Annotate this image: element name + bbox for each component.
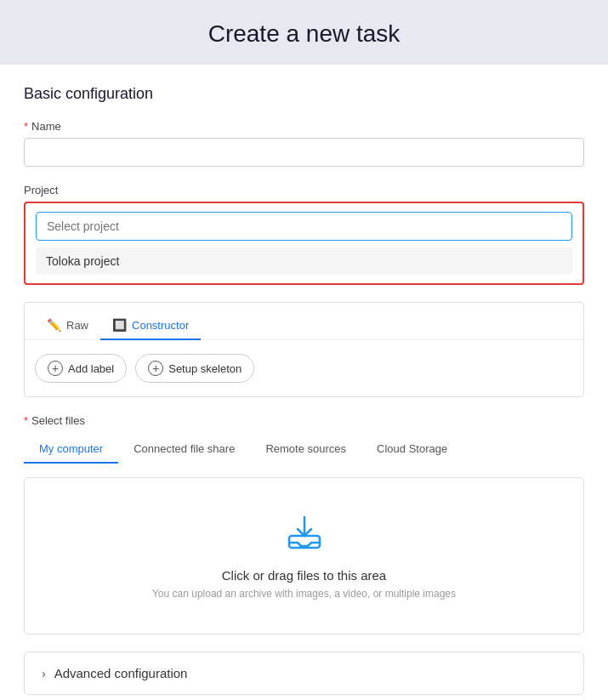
- name-field-group: * Name: [24, 120, 584, 167]
- select-files-required-star: *: [24, 414, 28, 427]
- editor-tabs-section: ✏️ Raw 🔲 Constructor + Add label + Setup…: [24, 302, 584, 397]
- file-tab-connected-file-share[interactable]: Connected file share: [118, 435, 250, 464]
- advanced-section[interactable]: › Advanced configuration: [24, 652, 584, 695]
- advanced-toggle[interactable]: › Advanced configuration: [42, 666, 566, 680]
- main-content: Basic configuration * Name Project Tolok…: [0, 65, 608, 700]
- project-option-toloka[interactable]: Toloka project: [36, 248, 572, 275]
- setup-skeleton-plus-icon: +: [148, 361, 163, 376]
- file-tab-my-computer[interactable]: My computer: [24, 435, 118, 464]
- name-input[interactable]: [24, 138, 584, 167]
- file-tab-cloud-storage[interactable]: Cloud Storage: [361, 435, 463, 464]
- select-files-section: * Select files My computer Connected fil…: [24, 414, 584, 635]
- project-field-group: Project Toloka project: [24, 184, 584, 285]
- tab-content: + Add label + Setup skeleton: [25, 340, 583, 396]
- name-label: * Name: [24, 120, 584, 133]
- upload-area[interactable]: Click or drag files to this area You can…: [24, 477, 584, 635]
- page-header: Create a new task: [0, 0, 608, 65]
- raw-icon: ✏️: [47, 318, 61, 332]
- upload-icon: [42, 512, 566, 556]
- basic-config-section: Basic configuration * Name Project Tolok…: [24, 85, 584, 285]
- add-label-plus-icon: +: [48, 361, 63, 376]
- file-tabs-bar: My computer Connected file share Remote …: [24, 435, 584, 464]
- upload-sub-text: You can upload an archive with images, a…: [42, 588, 566, 600]
- constructor-icon: 🔲: [112, 318, 127, 332]
- name-required-star: *: [24, 120, 28, 133]
- setup-skeleton-button[interactable]: + Setup skeleton: [135, 354, 254, 383]
- project-search-input[interactable]: [36, 212, 572, 241]
- tab-constructor[interactable]: 🔲 Constructor: [100, 311, 201, 340]
- add-label-button[interactable]: + Add label: [35, 354, 127, 383]
- section-title: Basic configuration: [24, 85, 584, 103]
- project-dropdown-wrapper: Toloka project: [24, 202, 584, 285]
- select-files-label: * Select files: [24, 414, 584, 427]
- tab-raw[interactable]: ✏️ Raw: [35, 311, 100, 340]
- project-label: Project: [24, 184, 584, 196]
- editor-tabs-bar: ✏️ Raw 🔲 Constructor: [25, 303, 583, 340]
- upload-main-text: Click or drag files to this area: [42, 568, 566, 583]
- file-tab-remote-sources[interactable]: Remote sources: [250, 435, 361, 464]
- page-title: Create a new task: [0, 20, 608, 48]
- chevron-right-icon: ›: [42, 667, 46, 680]
